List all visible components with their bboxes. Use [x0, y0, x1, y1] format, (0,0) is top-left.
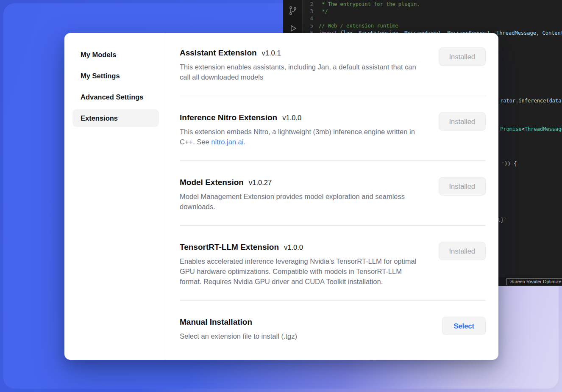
extension-title: Inference Nitro Extension v1.0.0 [180, 112, 423, 123]
code-area: 2 * The entrypoint for the plugin. 3 */ … [303, 1, 562, 37]
sidebar-item-my-settings[interactable]: My Settings [72, 67, 159, 85]
sidebar-item-advanced-settings[interactable]: Advanced Settings [72, 88, 159, 106]
nitro-jan-ai-link[interactable]: nitro.jan.ai. [211, 138, 245, 146]
extension-description: This extension enables assistants, inclu… [180, 62, 423, 82]
extension-info: Inference Nitro Extension v1.0.0 This ex… [180, 112, 423, 147]
extension-name: Assistant Extension [180, 47, 257, 58]
extension-version: v1.0.0 [284, 242, 303, 253]
manual-installation-row: Manual Installation Select an extension … [180, 300, 486, 355]
sidebar-item-my-models[interactable]: My Models [72, 46, 159, 63]
installed-button[interactable]: Installed [439, 177, 486, 196]
code-line: 4 [303, 15, 562, 22]
extension-info: Assistant Extension v1.0.1 This extensio… [180, 47, 423, 82]
extension-name: TensortRT-LLM Extension [180, 242, 279, 253]
extension-row: Model Extension v1.0.27 Model Management… [180, 160, 486, 225]
code-text: // Web / extension runtime [319, 23, 398, 29]
installed-button[interactable]: Installed [439, 112, 486, 131]
code-line: 3 */ [303, 8, 562, 15]
code-fragment: t}` [498, 217, 507, 224]
code-text: */ [319, 8, 328, 14]
extension-row: Inference Nitro Extension v1.0.0 This ex… [180, 96, 486, 160]
extension-version: v1.0.1 [262, 47, 281, 58]
code-line: 5// Web / extension runtime [303, 22, 562, 30]
line-number: 3 [303, 8, 313, 15]
extension-name: Manual Installation [180, 317, 252, 328]
line-number: 5 [303, 22, 313, 30]
extension-description: Enables accelerated inference leveraging… [180, 256, 423, 287]
line-number: 4 [303, 15, 313, 22]
line-number: 2 [303, 1, 313, 8]
extension-row: TensortRT-LLM Extension v1.0.0 Enables a… [180, 225, 486, 300]
extension-description: Select an extension file to install (.tg… [180, 331, 423, 341]
settings-sidebar: My Models My Settings Advanced Settings … [64, 33, 165, 360]
extension-title: Manual Installation [180, 317, 423, 328]
code-line: 2 * The entrypoint for the plugin. [303, 1, 562, 8]
extension-title: TensortRT-LLM Extension v1.0.0 [180, 242, 423, 253]
code-text: * The entrypoint for the plugin. [319, 1, 420, 7]
screen-reader-status[interactable]: Screen Reader Optimize [506, 278, 562, 285]
extension-name: Inference Nitro Extension [180, 112, 277, 123]
extension-name: Model Extension [180, 177, 244, 188]
extensions-list: Assistant Extension v1.0.1 This extensio… [165, 33, 498, 360]
extension-version: v1.0.27 [249, 177, 272, 188]
extension-row: Assistant Extension v1.0.1 This extensio… [180, 44, 486, 96]
select-button[interactable]: Select [442, 317, 486, 335]
installed-button[interactable]: Installed [439, 242, 486, 260]
extension-title: Model Extension v1.0.27 [180, 177, 423, 188]
extension-info: Model Extension v1.0.27 Model Management… [180, 177, 423, 212]
extension-info: TensortRT-LLM Extension v1.0.0 Enables a… [180, 242, 423, 287]
code-fragment: ')) { [501, 160, 517, 167]
extension-version: v1.0.0 [282, 112, 301, 123]
extension-info: Manual Installation Select an extension … [180, 317, 423, 341]
extension-description: Model Management Extension provides mode… [180, 191, 423, 212]
settings-panel: My Models My Settings Advanced Settings … [64, 33, 498, 360]
source-control-icon[interactable] [288, 6, 298, 16]
extension-description: This extension embeds Nitro, a lightweig… [180, 127, 423, 147]
installed-button[interactable]: Installed [439, 47, 486, 66]
code-fragment: Promise<ThreadMessage> [500, 126, 562, 133]
run-debug-icon[interactable] [288, 23, 298, 33]
code-fragment: rator.inference(data)); [500, 97, 562, 104]
sidebar-item-extensions[interactable]: Extensions [72, 109, 159, 127]
extension-title: Assistant Extension v1.0.1 [180, 47, 423, 58]
